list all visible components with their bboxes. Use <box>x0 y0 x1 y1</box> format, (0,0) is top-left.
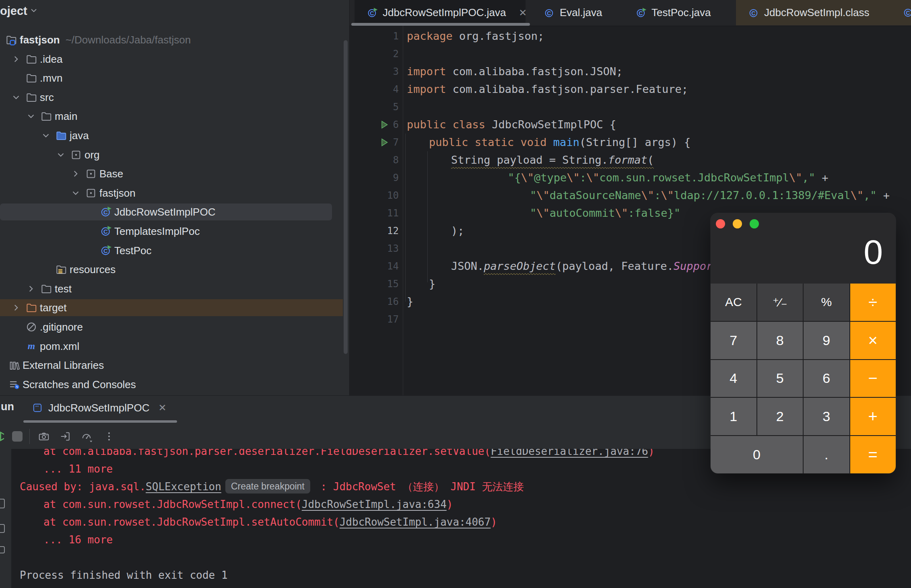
tree-item[interactable]: org <box>0 145 349 164</box>
calc-button-3[interactable]: 3 <box>804 398 849 435</box>
run-tab[interactable]: JdbcRowSetImplPOC ✕ <box>32 397 167 419</box>
calc-button-.[interactable]: . <box>804 436 849 473</box>
chevron-right-icon[interactable] <box>11 302 21 313</box>
stacktrace-link[interactable]: SQLException <box>146 481 221 493</box>
line-number: 2 <box>371 45 399 63</box>
calc-button-9[interactable]: 9 <box>804 322 849 359</box>
console-line: at com.sun.rowset.JdbcRowSetImpl.connect… <box>43 495 453 513</box>
tree-item[interactable]: mpom.xml <box>0 337 349 356</box>
tree-item[interactable]: Scratches and Consoles <box>0 375 349 394</box>
tree-item-root[interactable]: fastjson~/Downloads/Jaba/fastjson <box>0 30 349 49</box>
create-breakpoint-chip[interactable]: Create breakpoint <box>225 479 310 493</box>
calc-button-÷[interactable]: ÷ <box>850 284 896 321</box>
code-token: public class <box>407 118 485 131</box>
more-icon[interactable] <box>103 430 115 442</box>
code-token: com.alibaba.fastjson.JSON; <box>446 65 623 78</box>
minimize-button[interactable] <box>733 219 742 228</box>
code-token: com.sun.rowset.JdbcRowSetImpl <box>600 171 789 184</box>
chevron-right-icon[interactable] <box>70 169 81 179</box>
run-gutter-icon[interactable] <box>379 138 389 147</box>
calc-button-8[interactable]: 8 <box>757 322 803 359</box>
project-path: ~/Downloads/Jaba/fastjson <box>66 34 191 46</box>
chevron-down-icon[interactable] <box>11 92 21 103</box>
zoom-button[interactable] <box>750 219 759 228</box>
chevron-right-icon[interactable] <box>26 284 36 294</box>
calc-button-4[interactable]: 4 <box>711 360 756 397</box>
code-token: " <box>530 189 536 201</box>
chevron-down-icon[interactable] <box>41 130 51 141</box>
code-line: } <box>407 293 413 310</box>
tree-item[interactable]: .mvn <box>0 68 349 88</box>
calc-button-⁺⁄₋[interactable]: ⁺⁄₋ <box>757 284 803 321</box>
chevron-right-icon[interactable] <box>11 54 21 64</box>
calc-button-1[interactable]: 1 <box>711 398 756 435</box>
code-token: } <box>429 278 435 290</box>
tree-item[interactable]: CTemplatesImplPoc <box>0 222 349 241</box>
clipped-gutter-icon <box>0 546 5 553</box>
import-icon[interactable] <box>60 430 72 442</box>
camera-icon[interactable] <box>38 430 50 442</box>
tree-item[interactable]: .idea <box>0 49 349 69</box>
code-line: public static void main(String[] args) { <box>429 134 690 151</box>
tree-item-label: TestPoc <box>114 244 152 257</box>
folder-blue-icon <box>55 130 67 142</box>
calc-button-2[interactable]: 2 <box>757 398 803 435</box>
calc-button-=[interactable]: = <box>850 436 896 473</box>
tree-item[interactable]: main <box>0 107 349 126</box>
tree-item[interactable]: External Libraries <box>0 356 349 375</box>
tree-item[interactable]: target <box>0 298 349 317</box>
rerun-icon[interactable] <box>0 430 4 442</box>
tree-item[interactable]: test <box>0 279 349 298</box>
run-tool-label[interactable]: un <box>1 401 14 413</box>
code-token: format <box>608 154 647 166</box>
calc-button-−[interactable]: − <box>850 360 896 397</box>
calc-button-6[interactable]: 6 <box>804 360 849 397</box>
stacktrace-link[interactable]: JdbcRowSetImpl.java:634 <box>302 498 447 510</box>
code-token: org.fastjson; <box>453 30 544 42</box>
chevron-down-icon[interactable] <box>56 150 66 160</box>
code-line: JSON.parseObject(payload, Feature.Suppor <box>451 257 713 275</box>
code-line: import com.alibaba.fastjson.parser.Featu… <box>407 80 688 98</box>
calc-button-5[interactable]: 5 <box>757 360 803 397</box>
tree-item[interactable]: resources <box>0 260 349 279</box>
code-line: String payload = String.format( <box>451 151 654 169</box>
project-tree: fastjson~/Downloads/Jaba/fastjson.idea.m… <box>0 0 349 395</box>
code-token: (payload, Feature. <box>556 260 674 272</box>
chevron-down-icon[interactable] <box>26 111 36 121</box>
project-tree-scrollbar[interactable] <box>344 40 348 354</box>
calc-button-0[interactable]: 0 <box>711 436 803 473</box>
calc-button-×[interactable]: × <box>850 322 896 359</box>
calc-button-7[interactable]: 7 <box>711 322 756 359</box>
stacktrace-link[interactable]: JdbcRowSetImpl.java:4067 <box>340 516 491 528</box>
svg-text:C: C <box>103 209 108 216</box>
tree-item[interactable]: .gitignore <box>0 317 349 337</box>
calc-button-%[interactable]: % <box>804 284 849 321</box>
tree-item-label: main <box>55 110 77 123</box>
code-token: package <box>407 30 453 42</box>
folder-icon <box>25 53 37 65</box>
calculator-window[interactable]: 0 AC⁺⁄₋%÷789×456−123+0.= <box>711 213 896 473</box>
console-text: ) <box>447 498 453 510</box>
code-token: ," <box>802 171 816 184</box>
tree-item[interactable]: fastjson <box>0 183 349 203</box>
tree-item[interactable]: CJdbcRowSetImplPOC <box>0 202 349 222</box>
chevron-down-icon[interactable] <box>70 188 81 198</box>
code-line: import com.alibaba.fastjson.JSON; <box>407 63 622 80</box>
line-number: 12 <box>371 222 399 240</box>
calc-button-AC[interactable]: AC <box>711 284 756 321</box>
tree-item[interactable]: src <box>0 88 349 107</box>
close-button[interactable] <box>716 219 725 228</box>
close-icon[interactable]: ✕ <box>158 402 166 413</box>
tree-item[interactable]: java <box>0 126 349 145</box>
stop-icon[interactable] <box>12 431 23 442</box>
tree-item-label: .idea <box>40 53 62 65</box>
tree-item[interactable]: CTestPoc <box>0 241 349 260</box>
console-tab-scrollbar[interactable] <box>23 420 177 423</box>
tree-item[interactable]: Base <box>0 164 349 183</box>
line-number: 4 <box>371 80 399 98</box>
code-token: (String[] args) { <box>579 136 690 148</box>
run-gutter-icon[interactable] <box>379 120 389 130</box>
code-token: @type <box>534 171 567 184</box>
calc-button-+[interactable]: + <box>850 398 896 435</box>
gauge-icon[interactable] <box>80 430 93 442</box>
